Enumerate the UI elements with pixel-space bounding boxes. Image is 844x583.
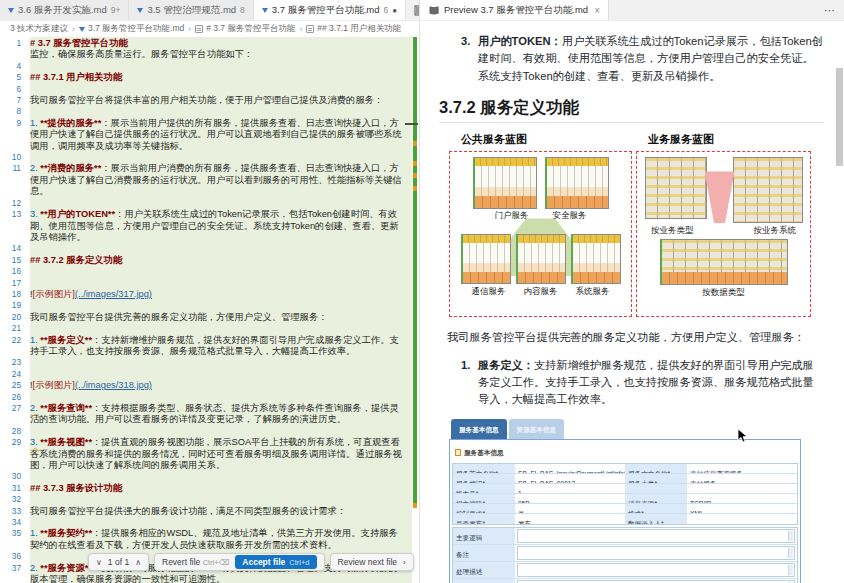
editor-line[interactable]: 19	[0, 300, 419, 311]
breadcrumb-folder[interactable]: 3 技术方案建议	[10, 23, 68, 35]
line-content: 我司服务管控平台将提供丰富的用户相关功能，便于用户管理自己提供及消费的服务：	[30, 95, 406, 106]
form-field-value[interactable]: SB_FI_BAS_InquiryPaymentListInfoSrv	[515, 464, 625, 473]
form-field-value[interactable]: SB_FI_BAS_00013	[515, 474, 625, 483]
form-field-value[interactable]: 支付服务	[687, 474, 797, 483]
editor-line[interactable]: 351. **服务契约**：提供服务相应的WSDL、规范及地址清单，供第三方开发…	[0, 528, 419, 551]
form-textarea-row: 使用提示	[453, 579, 797, 583]
form-field-value[interactable]: 发布	[515, 514, 625, 524]
line-number: 15	[0, 255, 30, 266]
form-textarea-row: 处理描述	[453, 562, 797, 579]
editor-line[interactable]: 1# 3.7 服务管控平台功能	[0, 38, 419, 49]
tab-label: 3.6 服务开发实施.md	[18, 4, 107, 17]
editor-line[interactable]: 112. **消费的服务**：展示当前用户消费的所有服务，提供服务查看、日志查询…	[0, 163, 419, 197]
editor-line[interactable]: 8	[0, 106, 419, 117]
editor-line[interactable]: 17	[0, 278, 419, 289]
editor-line[interactable]: 16	[0, 266, 419, 277]
form-textarea[interactable]	[517, 563, 795, 577]
editor-line[interactable]: 10	[0, 152, 419, 163]
markdown-editor[interactable]: 1# 3.7 服务管控平台功能监控，确保服务高质量运行。服务管控平台功能如下：4…	[0, 37, 419, 583]
line-number: 6	[0, 84, 30, 95]
form-field-value[interactable]	[687, 514, 797, 524]
previous-change-icon[interactable]: ∨	[96, 558, 102, 567]
editor-pane: 3.6 服务开发实施.md 9+ 3.5 管控治理规范.md 8 3.7 服务管…	[0, 0, 420, 583]
open-changes-icon[interactable]	[414, 5, 420, 16]
form-tab[interactable]: 资源基本信息	[509, 419, 565, 439]
spinner-icon[interactable]	[788, 531, 793, 541]
preview-scrollbar-thumb[interactable]	[836, 68, 843, 166]
editor-line[interactable]: 23	[0, 357, 419, 368]
editor-line[interactable]: 26	[0, 392, 419, 403]
form-field-value[interactable]	[687, 484, 797, 493]
editor-line[interactable]: 272. **服务查询**：支持根据服务类型、服务状态、提供方系统等多种条件查询…	[0, 403, 419, 426]
editor-actions: ⋯	[406, 0, 420, 20]
form-field-value[interactable]: XML	[687, 504, 797, 513]
editor-lines: 1# 3.7 服务管控平台功能监控，确保服务高质量运行。服务管控平台功能如下：4…	[0, 37, 419, 583]
editor-line[interactable]: 32	[0, 494, 419, 505]
blueprint-label: 安全服务	[553, 210, 587, 220]
form-field-value[interactable]: 1	[515, 484, 625, 493]
editor-line[interactable]: 14	[0, 243, 419, 254]
figure-title-business: 业务服务蓝图	[634, 131, 714, 148]
line-content	[30, 323, 406, 334]
form-field-value[interactable]: 是	[515, 504, 625, 513]
editor-line[interactable]: 221. **服务定义**：支持新增维护服务规范，提供友好的界面引导用户完成服务…	[0, 335, 419, 358]
spinner-icon[interactable]	[788, 548, 793, 558]
form-row: 服务英文名称*SB_FI_BAS_InquiryPaymentListInfoS…	[453, 464, 797, 474]
overview-ruler-cursor	[405, 123, 418, 125]
form-textarea[interactable]	[517, 546, 795, 560]
editor-line[interactable]: 30	[0, 471, 419, 482]
editor-line[interactable]: 24	[0, 369, 419, 380]
breadcrumb-file[interactable]: 3.7 服务管控平台功能.md	[79, 23, 184, 35]
editor-line[interactable]: 监控，确保服务高质量运行。服务管控平台功能如下：	[0, 49, 419, 60]
vscode-window: 3.6 服务开发实施.md 9+ 3.5 管控治理规范.md 8 3.7 服务管…	[0, 0, 844, 583]
form-field-label: 数据录入人*	[625, 514, 687, 524]
symbol-icon	[195, 25, 203, 33]
breadcrumb-symbol-h1[interactable]: # 3.7 服务管控平台功能	[195, 23, 295, 35]
next-change-icon[interactable]: ∧	[135, 558, 141, 567]
editor-line[interactable]: 21	[0, 323, 419, 334]
editor-line[interactable]: 7我司服务管控平台将提供丰富的用户相关功能，便于用户管理自己提供及消费的服务：	[0, 95, 419, 106]
editor-line[interactable]: 5## 3.7.1 用户相关功能	[0, 72, 419, 83]
more-actions-icon[interactable]: ⋯	[824, 4, 836, 17]
close-icon[interactable]: ×	[594, 5, 600, 16]
editor-line[interactable]: 31## 3.7.3 服务设计功能	[0, 483, 419, 494]
editor-line[interactable]: 15## 3.7.2 服务定义功能	[0, 255, 419, 266]
breadcrumb-symbol-h2[interactable]: ## 3.7.1 用户相关功能	[306, 23, 401, 35]
form-field-value[interactable]: 支付信息查询服务	[687, 464, 797, 473]
line-content	[30, 266, 406, 277]
editor-line[interactable]: 133. **用户的TOKEN**：用户关联系统生成过的Token记录展示，包括…	[0, 209, 419, 243]
tab-preview[interactable]: Preview 3.7 服务管控平台功能.md ×	[421, 0, 609, 20]
form-field-value[interactable]: 05B	[515, 494, 625, 503]
editor-line[interactable]: 293. **服务视图**：提供直观的服务视图功能，展示SOA平台上挂载的所有系…	[0, 437, 419, 471]
editor-line[interactable]: 12	[0, 198, 419, 209]
editor-line[interactable]: 18![示例图片](../images/317.jpg)	[0, 289, 419, 300]
spinner-icon[interactable]	[788, 565, 793, 575]
review-next-file-button[interactable]: Review next file ›	[330, 553, 414, 571]
line-number: 23	[0, 357, 30, 368]
preview-pane: Preview 3.7 服务管控平台功能.md × ⋯ 3.用户的TOKEN：用…	[421, 0, 844, 583]
line-content: ## 3.7.3 服务设计功能	[30, 483, 406, 494]
form-textarea[interactable]	[517, 529, 795, 543]
editor-line[interactable]: 91. **提供的服务**：展示当前用户提供的所有服务，提供服务查看、日志查询快…	[0, 118, 419, 152]
revert-file-button[interactable]: Revert file Ctrl+⌫	[162, 557, 229, 567]
tab-3-6-服务开发实施[interactable]: 3.6 服务开发实施.md 9+	[0, 0, 129, 20]
tab-3-5-管控治理规范[interactable]: 3.5 管控治理规范.md 8	[129, 0, 253, 20]
line-number: 32	[0, 494, 30, 505]
editor-line[interactable]: 25![示例图片](../images/318.jpg)	[0, 380, 419, 391]
form-field-value[interactable]: TCP/IP	[687, 494, 797, 503]
editor-line[interactable]: 28	[0, 426, 419, 437]
overview-ruler-warning	[413, 141, 417, 146]
list-item-token: 3.用户的TOKEN：用户关联系统生成过的Token记录展示，包括Token创建…	[447, 33, 824, 85]
line-number: 37	[0, 563, 30, 583]
line-content: 3. **服务视图**：提供直观的服务视图功能，展示SOA平台上挂载的所有系统，…	[30, 437, 406, 471]
accept-file-button[interactable]: Accept fileCtrl+d	[235, 555, 316, 569]
editor-line[interactable]: 6	[0, 84, 419, 95]
line-number: 17	[0, 278, 30, 289]
form-tab[interactable]: 服务基本信息	[451, 419, 507, 439]
tab-3-7-服务管控平台功能[interactable]: 3.7 服务管控平台功能.md 6 ●	[254, 0, 406, 20]
editor-line[interactable]: 34	[0, 517, 419, 528]
editor-line[interactable]: 33我司服务管控平台提供强大的服务设计功能，满足不同类型服务的设计需求：	[0, 506, 419, 517]
editor-line[interactable]: 4	[0, 61, 419, 72]
editor-line[interactable]: 20我司服务管控平台提供完善的服务定义功能，方便用户定义、管理服务：	[0, 312, 419, 323]
line-content	[30, 84, 406, 95]
